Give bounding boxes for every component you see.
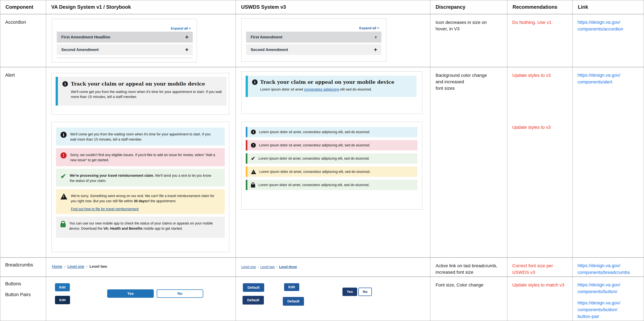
buttons-link2-line3: button-pair bbox=[578, 313, 640, 320]
alert-uswds-cell: Track your claim or appeal on your mobil… bbox=[236, 67, 430, 258]
va-alert-variants-screenshot: We'll come get you from the waiting room… bbox=[52, 122, 229, 252]
header-link: Link bbox=[573, 0, 644, 14]
alert-link-line2: components/alert bbox=[578, 79, 640, 85]
uswds-yes-button[interactable]: Yes bbox=[342, 288, 357, 296]
plus-icon bbox=[374, 35, 377, 40]
alert-discrepancy-cell: Background color change and increased fo… bbox=[430, 67, 507, 258]
warning-triangle-icon bbox=[60, 193, 67, 199]
accordion-link[interactable]: https://design.va.gov/ components/accord… bbox=[578, 19, 640, 32]
uswds-default-dark-button[interactable]: Default bbox=[242, 296, 264, 305]
info-circle-icon bbox=[62, 81, 68, 87]
uswds-breadcrumb-level-one-link[interactable]: Level one bbox=[241, 265, 256, 269]
va-alert-lock-text: You can use our new mobile app to check … bbox=[69, 221, 216, 238]
uswds-slim-success-text: Lorem ipsum dolor sit amet, consectetur … bbox=[258, 157, 370, 160]
row-accordion-label: Accordion bbox=[0, 14, 46, 67]
info-circle-icon bbox=[252, 79, 258, 85]
breadcrumbs-link-cell: https://design.va.gov/ components/breadc… bbox=[573, 258, 644, 277]
info-circle-icon bbox=[251, 130, 256, 135]
uswds-info-alert: Track your claim or appeal on your mobil… bbox=[246, 76, 416, 97]
va-accordion-partial-item bbox=[57, 57, 193, 58]
accordion-va-cell: Expand all + First Amendment Headline Se… bbox=[46, 14, 236, 67]
va-edit-dark-button[interactable]: Edit bbox=[55, 296, 70, 304]
accordion-link-line2: components/accordion bbox=[578, 26, 640, 32]
uswds-no-button[interactable]: No bbox=[358, 288, 372, 296]
buttons-discrepancy-text: Font size, Color change bbox=[436, 282, 502, 288]
va-alert-error-text: Sorry, we couldn't find any eligible iss… bbox=[70, 152, 216, 166]
va-expand-all-button[interactable]: Expand all + bbox=[171, 26, 191, 30]
uswds-slim-success-alert: Lorem ipsum dolor sit amet, consectetur … bbox=[246, 153, 418, 164]
row-alert-label: Alert bbox=[0, 67, 46, 258]
breadcrumb-separator: › bbox=[258, 265, 259, 269]
va-no-button[interactable]: No bbox=[157, 289, 203, 298]
alert-link[interactable]: https://design.va.gov/ components/alert bbox=[578, 72, 640, 85]
va-accordion-screenshot: Expand all + First Amendment Headline Se… bbox=[52, 19, 197, 62]
breadcrumbs-component-name: Breadcrumbs bbox=[5, 262, 33, 267]
uswds-slim-info-alert: Lorem ipsum dolor sit amet, consectetur … bbox=[246, 127, 418, 137]
va-alert-warning-content: We're sorry. Something went wrong on our… bbox=[71, 193, 217, 214]
va-breadcrumb-home-link[interactable]: Home bbox=[52, 264, 62, 269]
buttons-recommendation-cell: Update styles to match v3 bbox=[507, 277, 573, 321]
uswds-accordion-item-first[interactable]: First Amendment bbox=[246, 32, 382, 43]
alert-discrepancy-line2: and increased bbox=[436, 79, 502, 85]
breadcrumbs-link[interactable]: https://design.va.gov/ components/breadc… bbox=[578, 262, 640, 276]
va-accordion-item-second[interactable]: Second Amendment bbox=[57, 44, 193, 55]
header-component-label: Component bbox=[6, 4, 33, 10]
row-breadcrumbs-label: Breadcrumbs bbox=[0, 258, 46, 277]
breadcrumbs-va-cell: Home › Level one › Level two bbox=[46, 258, 236, 277]
uswds-breadcrumb-current-link[interactable]: Level three bbox=[279, 265, 297, 269]
uswds-slim-lock-text: Lorem ipsum dolor sit amet, consectetur … bbox=[258, 183, 370, 187]
breadcrumbs-link-line2: components/breadcrumbs bbox=[578, 269, 640, 276]
breadcrumbs-recommendation-text: Correct font size per USWDS v3 bbox=[512, 263, 568, 276]
va-accordion-item-first[interactable]: First Amendment Headline bbox=[57, 32, 193, 43]
error-circle-icon bbox=[251, 143, 256, 148]
uswds-slim-info-text: Lorem ipsum dolor sit amet, consectetur … bbox=[259, 130, 370, 134]
uswds-default-button-2[interactable]: Default bbox=[283, 297, 304, 306]
alert-recommendation-text-1: Update styles to v3 bbox=[512, 72, 568, 79]
uswds-expand-all-button[interactable]: Expand all + bbox=[359, 26, 379, 30]
alert-recommendation-text-2: Update styles to v3 bbox=[512, 124, 551, 131]
plus-icon bbox=[185, 47, 188, 53]
va-accordion-item-second-label: Second Amendment bbox=[61, 47, 99, 52]
uswds-slim-warning-text: Lorem ipsum dolor sit amet, consectetur … bbox=[259, 170, 370, 174]
header-va: VA Design System v1 / Storybook bbox=[46, 0, 236, 14]
header-va-label: VA Design System v1 / Storybook bbox=[51, 4, 131, 10]
uswds-default-button-1[interactable]: Default bbox=[243, 283, 264, 292]
accordion-uswds-cell: Expand all + First Amendment Second Amen… bbox=[236, 14, 430, 67]
uswds-alert-standard-screenshot: Track your claim or appeal on your mobil… bbox=[241, 71, 422, 114]
va-info-alert: Track your claim or appeal on your mobil… bbox=[56, 77, 227, 106]
uswds-alert-variants-screenshot: Lorem ipsum dolor sit amet, consectetur … bbox=[241, 122, 422, 210]
accordion-link-line1: https://design.va.gov/ bbox=[578, 19, 640, 26]
buttons-link-1[interactable]: https://design.va.gov/ components/button… bbox=[578, 282, 640, 295]
uswds-alert-body-link[interactable]: consectetur adipiscing bbox=[304, 87, 339, 91]
alert-va-cell: Track your claim or appeal on your mobil… bbox=[46, 67, 236, 258]
buttons-discrepancy-cell: Font size, Color change bbox=[430, 277, 507, 321]
va-alert-success-text: We're processing your travel reimburseme… bbox=[70, 173, 216, 186]
buttons-link-2[interactable]: https://design.va.gov/ components/button… bbox=[578, 300, 640, 320]
va-alert-warning-link[interactable]: Find out how to file for travel reimburs… bbox=[71, 206, 217, 212]
uswds-breadcrumb-level-two-link[interactable]: Level two bbox=[260, 265, 275, 269]
uswds-alert-body-after: elit sed do eiusmod. bbox=[339, 87, 372, 91]
buttons-link1-line2: components/button/ bbox=[578, 288, 640, 295]
va-accordion-item-first-label: First Amendment Headline bbox=[61, 35, 110, 39]
uswds-slim-error-text: Lorem ipsum dolor sit amet, consectetur … bbox=[259, 143, 370, 147]
va-alert-standard-screenshot: Track your claim or appeal on your mobil… bbox=[52, 73, 229, 115]
va-yes-button[interactable]: Yes bbox=[107, 289, 154, 298]
va-alert-lock: You can use our new mobile app to check … bbox=[56, 217, 225, 238]
alert-recommendation-cell: Update styles to v3 Update styles to v3 bbox=[507, 67, 573, 258]
lock-icon bbox=[60, 223, 66, 227]
uswds-breadcrumb: Level one › Level two › Level three bbox=[241, 265, 297, 269]
va-alert-lock-after: mobile app to get started. bbox=[142, 227, 183, 230]
buttons-link2-line2: components/button/ bbox=[578, 306, 640, 313]
uswds-alert-body: Lorem ipsum dolor sit amet consectetur a… bbox=[260, 87, 413, 92]
alert-component-name: Alert bbox=[5, 72, 15, 78]
va-edit-primary-button[interactable]: Edit bbox=[55, 283, 70, 291]
uswds-edit-button[interactable]: Edit bbox=[284, 283, 299, 291]
buttons-link-cell: https://design.va.gov/ components/button… bbox=[573, 277, 644, 321]
va-breadcrumb: Home › Level one › Level two bbox=[52, 264, 107, 269]
header-uswds-label: USWDS System v3 bbox=[241, 4, 286, 10]
va-breadcrumb-level-one-link[interactable]: Level one bbox=[68, 264, 84, 269]
va-alert-warning-bold: 30 days bbox=[134, 199, 147, 203]
uswds-accordion-item-second[interactable]: Second Amendment bbox=[246, 44, 382, 55]
accordion-recommendation-text: Do Nothing. Use v1. bbox=[512, 19, 568, 26]
alert-link-cell: https://design.va.gov/ components/alert bbox=[573, 67, 644, 258]
